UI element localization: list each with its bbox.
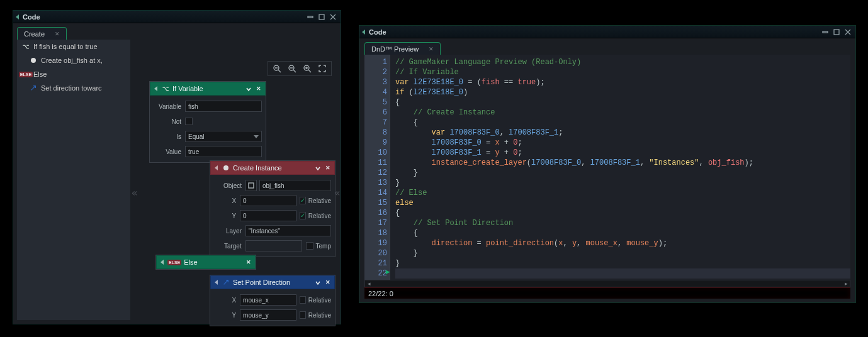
label-x: X <box>214 197 240 204</box>
label-y: Y <box>214 312 240 319</box>
svg-rect-0 <box>308 16 313 18</box>
outline-item-else[interactable]: ELSE Else <box>17 67 130 81</box>
window-title: Code <box>369 28 819 36</box>
if-variable-block[interactable]: ⌥ If Variable ✕ Variable fish Not Is Equ… <box>149 81 266 163</box>
x-input[interactable]: mouse_x <box>240 294 296 306</box>
label-is: Is <box>154 133 185 140</box>
block-close-icon[interactable]: ✕ <box>256 86 261 92</box>
direction-icon <box>222 278 230 287</box>
label-object: Object <box>214 182 245 189</box>
titlebar[interactable]: Code <box>13 11 341 23</box>
zoom-reset-button[interactable] <box>270 63 284 74</box>
label-relative: Relative <box>308 213 331 219</box>
block-title: Set Point Direction <box>233 279 315 286</box>
label-relative: Relative <box>308 197 331 204</box>
y-relative-checkbox[interactable] <box>300 212 306 219</box>
outline-label: Create obj_fish at x, <box>41 57 103 64</box>
maximize-icon[interactable] <box>317 13 327 21</box>
label-layer: Layer <box>214 228 245 235</box>
svg-rect-1 <box>319 14 324 19</box>
scroll-left-icon[interactable]: ◂ <box>365 280 373 287</box>
branch-icon: ⌥ <box>23 43 29 50</box>
is-select[interactable]: Equal <box>185 131 262 142</box>
titlebar[interactable]: Code <box>359 26 855 38</box>
dropdown-icon[interactable] <box>305 13 315 21</box>
y-relative-checkbox[interactable] <box>300 311 306 319</box>
block-menu-icon[interactable] <box>315 165 322 171</box>
collapse-icon[interactable] <box>215 165 218 170</box>
window-title: Code <box>23 13 304 21</box>
close-icon[interactable] <box>328 13 338 21</box>
close-icon[interactable] <box>843 28 853 36</box>
else-icon: ELSE <box>19 72 33 77</box>
outline-item-create-instance[interactable]: Create obj_fish at x, <box>17 53 130 67</box>
direction-icon <box>28 83 38 93</box>
maximize-icon[interactable] <box>831 28 842 36</box>
code-preview-window: Code DnD™ Preview 1234567891011121314151… <box>359 25 856 303</box>
dock-left-icon[interactable]: « <box>132 187 138 199</box>
line-number-gutter: 12345678910111213141516171819202122 <box>364 55 390 286</box>
block-title: If Variable <box>172 85 246 92</box>
collapse-icon[interactable] <box>215 280 218 285</box>
block-title: Else <box>184 258 242 266</box>
svg-rect-5 <box>249 183 254 188</box>
svg-rect-7 <box>834 30 839 35</box>
object-input[interactable]: obj_fish <box>259 180 331 191</box>
label-y: Y <box>214 213 240 219</box>
create-instance-block[interactable]: Create Instance ✕ Object obj_fish X 0 Re… <box>210 160 335 257</box>
tab-dnd-preview[interactable]: DnD™ Preview <box>364 42 441 55</box>
dropdown-icon[interactable] <box>820 28 830 36</box>
outline-item-set-direction[interactable]: Set direction towarc <box>17 81 130 95</box>
value-input[interactable]: true <box>185 146 262 157</box>
zoom-out-button[interactable] <box>285 63 299 74</box>
y-input[interactable]: 0 <box>240 210 296 221</box>
label-target: Target <box>214 243 245 250</box>
collapse-icon <box>362 30 365 35</box>
zoom-toolbar <box>268 61 332 76</box>
layer-input[interactable]: "Instances" <box>245 225 331 236</box>
bulb-icon <box>31 58 36 63</box>
label-variable: Variable <box>154 103 185 110</box>
event-tab-create[interactable]: Create <box>17 27 67 40</box>
variable-input[interactable]: fish <box>185 101 262 112</box>
else-block[interactable]: ELSE Else ✕ <box>155 255 256 270</box>
label-x: X <box>214 297 240 304</box>
collapse-icon[interactable] <box>154 86 157 91</box>
block-close-icon[interactable]: ✕ <box>246 259 251 265</box>
caret-icon: ▸ <box>386 267 390 276</box>
x-relative-checkbox[interactable] <box>300 296 306 304</box>
else-icon: ELSE <box>167 260 181 265</box>
svg-rect-6 <box>823 31 828 33</box>
y-input[interactable]: mouse_y <box>240 309 296 321</box>
x-input[interactable]: 0 <box>240 195 296 206</box>
horizontal-scrollbar[interactable]: ◂ ▸ <box>364 280 850 287</box>
block-close-icon[interactable]: ✕ <box>325 279 330 285</box>
cursor-position: 22/22: 0 <box>368 290 393 297</box>
outline-label: Else <box>33 70 47 78</box>
outline-label: Set direction towarc <box>41 84 102 92</box>
block-menu-icon[interactable] <box>315 279 322 285</box>
bulb-icon <box>222 163 230 172</box>
tab-label: Create <box>24 30 45 38</box>
fullscreen-button[interactable] <box>315 63 329 74</box>
outline-item-if[interactable]: ⌥ If fish is equal to true <box>17 40 130 53</box>
block-close-icon[interactable]: ✕ <box>325 165 330 171</box>
not-checkbox[interactable] <box>185 118 193 125</box>
label-relative: Relative <box>308 312 331 319</box>
temp-checkbox[interactable] <box>306 242 313 250</box>
block-menu-icon[interactable] <box>246 86 252 92</box>
status-bar: 22/22: 0 <box>364 287 850 299</box>
collapse-icon[interactable] <box>161 260 164 265</box>
collapse-icon <box>16 14 19 19</box>
branch-icon: ⌥ <box>161 84 170 93</box>
scroll-right-icon[interactable]: ▸ <box>842 280 850 287</box>
set-point-direction-block[interactable]: Set Point Direction ✕ X mouse_x Relative… <box>210 275 335 326</box>
tab-label: DnD™ Preview <box>371 45 419 53</box>
outline-label: If fish is equal to true <box>33 43 98 50</box>
x-relative-checkbox[interactable] <box>300 197 306 204</box>
code-editor[interactable]: 12345678910111213141516171819202122 // G… <box>364 55 850 286</box>
label-value: Value <box>154 148 185 155</box>
zoom-in-button[interactable] <box>300 63 314 74</box>
target-input[interactable] <box>245 240 302 251</box>
object-picker-button[interactable] <box>245 180 257 191</box>
